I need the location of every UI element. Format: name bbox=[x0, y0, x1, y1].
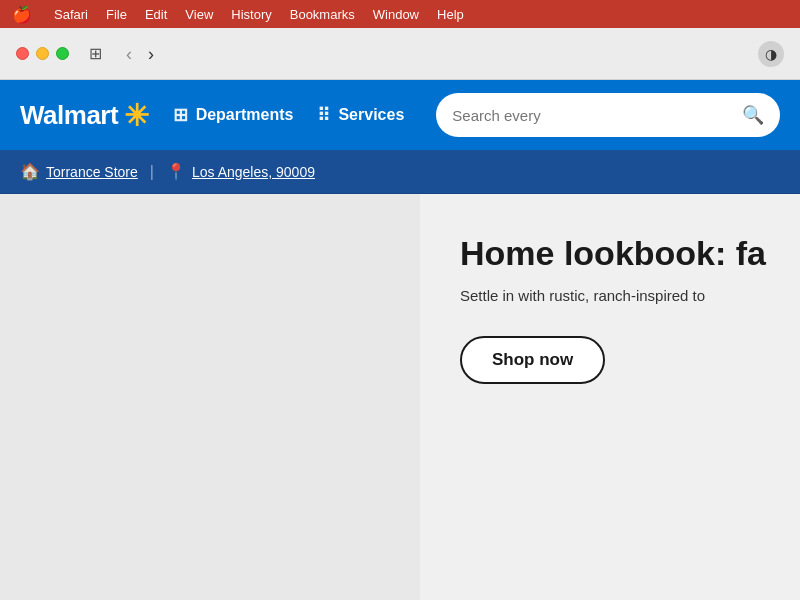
mac-menubar: 🍎 Safari File Edit View History Bookmark… bbox=[0, 0, 800, 28]
services-icon: ⠿ bbox=[317, 104, 330, 126]
house-icon: 🏠 bbox=[20, 162, 40, 181]
walmart-wordmark: Walmart bbox=[20, 100, 118, 131]
walmart-logo[interactable]: Walmart ✳ bbox=[20, 98, 149, 133]
minimize-button[interactable] bbox=[36, 47, 49, 60]
hero-subtext: Settle in with rustic, ranch-inspired to bbox=[460, 285, 770, 308]
apple-icon[interactable]: 🍎 bbox=[12, 5, 32, 24]
main-content: Home lookbook: fa Settle in with rustic,… bbox=[0, 194, 800, 600]
menu-view[interactable]: View bbox=[185, 7, 213, 22]
walmart-nav: Walmart ✳ ⊞ Departments ⠿ Services 🔍 bbox=[0, 80, 800, 150]
search-icon[interactable]: 🔍 bbox=[742, 104, 764, 126]
close-button[interactable] bbox=[16, 47, 29, 60]
nav-buttons: ‹ › bbox=[120, 43, 160, 65]
menu-bookmarks[interactable]: Bookmarks bbox=[290, 7, 355, 22]
shop-now-button[interactable]: Shop now bbox=[460, 336, 605, 384]
services-label: Services bbox=[338, 106, 404, 124]
menu-file[interactable]: File bbox=[106, 7, 127, 22]
menu-help[interactable]: Help bbox=[437, 7, 464, 22]
traffic-lights bbox=[16, 47, 69, 60]
hero-heading: Home lookbook: fa bbox=[460, 234, 770, 273]
search-box[interactable]: 🔍 bbox=[436, 93, 780, 137]
departments-icon: ⊞ bbox=[173, 104, 188, 126]
menu-safari[interactable]: Safari bbox=[54, 7, 88, 22]
menu-history[interactable]: History bbox=[231, 7, 271, 22]
menu-edit[interactable]: Edit bbox=[145, 7, 167, 22]
back-button[interactable]: ‹ bbox=[120, 43, 138, 65]
departments-nav-link[interactable]: ⊞ Departments bbox=[173, 104, 294, 126]
store-bar-divider: | bbox=[150, 163, 154, 181]
search-input[interactable] bbox=[452, 107, 734, 124]
store-location-item[interactable]: 🏠 Torrance Store bbox=[20, 162, 138, 181]
walmart-spark-icon: ✳ bbox=[124, 98, 149, 133]
sidebar-icon[interactable]: ⊞ bbox=[89, 44, 102, 63]
location-link[interactable]: Los Angeles, 90009 bbox=[192, 164, 315, 180]
menu-window[interactable]: Window bbox=[373, 7, 419, 22]
departments-label: Departments bbox=[196, 106, 294, 124]
location-item[interactable]: 📍 Los Angeles, 90009 bbox=[166, 162, 315, 181]
torrance-store-link[interactable]: Torrance Store bbox=[46, 164, 138, 180]
pin-icon: 📍 bbox=[166, 162, 186, 181]
reader-mode-icon[interactable]: ◑ bbox=[758, 41, 784, 67]
forward-button[interactable]: › bbox=[142, 43, 160, 65]
store-bar: 🏠 Torrance Store | 📍 Los Angeles, 90009 bbox=[0, 150, 800, 194]
browser-chrome: ⊞ ‹ › ◑ bbox=[0, 28, 800, 80]
hero-image-left bbox=[0, 194, 420, 600]
services-nav-link[interactable]: ⠿ Services bbox=[317, 104, 404, 126]
maximize-button[interactable] bbox=[56, 47, 69, 60]
hero-text-area: Home lookbook: fa Settle in with rustic,… bbox=[420, 194, 800, 600]
